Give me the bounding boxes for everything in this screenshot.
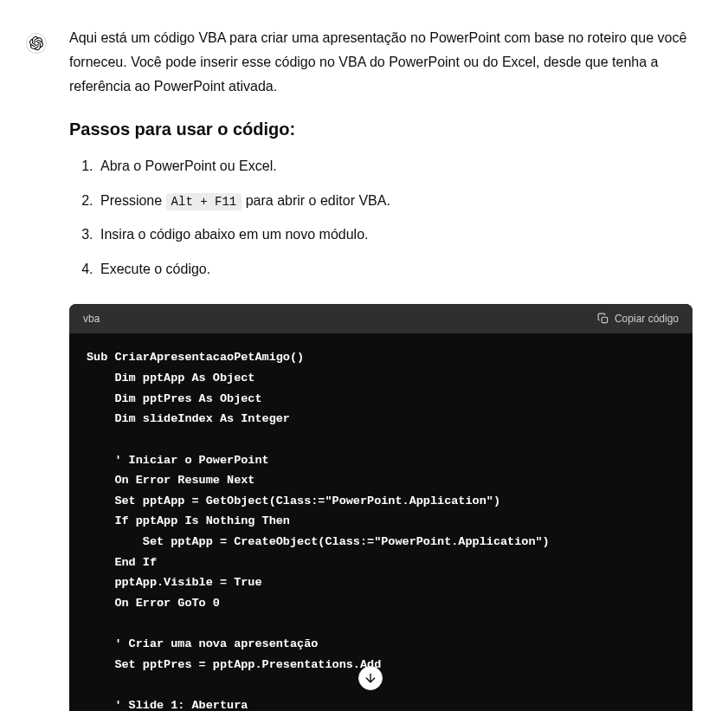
step-item: Abra o PowerPoint ou Excel. bbox=[97, 155, 693, 178]
code-content: Sub CriarApresentacaoPetAmigo() Dim pptA… bbox=[69, 333, 693, 711]
copy-code-button[interactable]: Copiar código bbox=[597, 313, 679, 325]
steps-list: Abra o PowerPoint ou Excel.Pressione Alt… bbox=[69, 155, 693, 280]
scroll-down-button[interactable] bbox=[358, 666, 383, 690]
code-header: vba Copiar código bbox=[69, 304, 693, 333]
step-item: Insira o código abaixo em um novo módulo… bbox=[97, 223, 693, 246]
openai-logo-icon bbox=[29, 36, 43, 50]
step-item: Pressione Alt + F11 para abrir o editor … bbox=[97, 190, 693, 212]
arrow-down-icon bbox=[364, 671, 377, 685]
assistant-avatar bbox=[26, 33, 47, 54]
copy-code-label: Copiar código bbox=[615, 313, 679, 325]
svg-rect-0 bbox=[602, 318, 607, 323]
intro-paragraph: Aqui está um código VBA para criar uma a… bbox=[69, 26, 693, 99]
code-block: vba Copiar código Sub CriarApresentacaoP… bbox=[69, 304, 693, 711]
steps-heading: Passos para usar o código: bbox=[69, 120, 693, 139]
code-language-label: vba bbox=[83, 313, 100, 325]
copy-icon bbox=[597, 313, 609, 325]
step-item: Execute o código. bbox=[97, 258, 693, 281]
inline-code: Alt + F11 bbox=[166, 193, 242, 210]
